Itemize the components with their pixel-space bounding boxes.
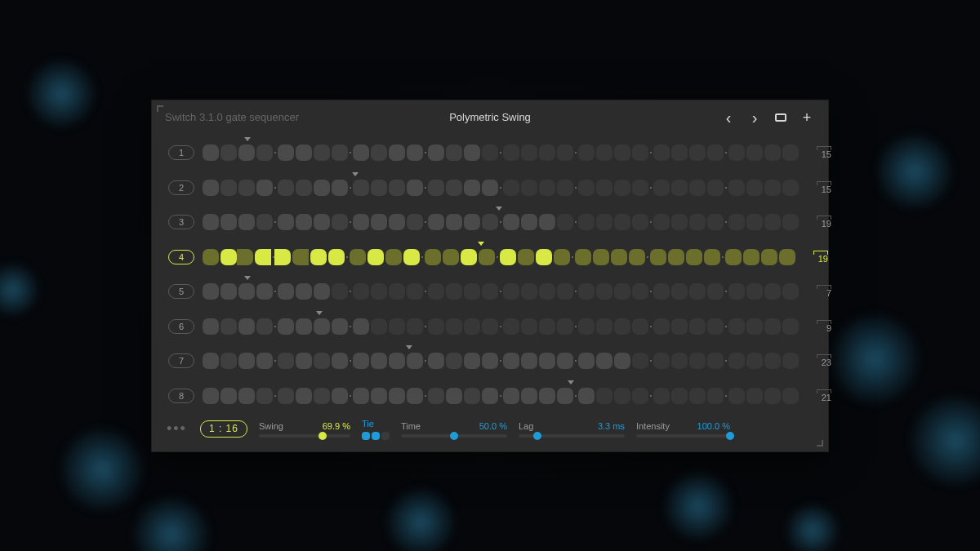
step-cell[interactable] [296, 353, 312, 369]
step-cell[interactable] [371, 353, 387, 369]
step-cell[interactable] [220, 144, 237, 161]
step-cell[interactable] [596, 353, 612, 369]
track-length-value[interactable]: 15 [807, 146, 831, 159]
step-cell[interactable] [614, 214, 630, 230]
step-cell[interactable] [238, 180, 255, 196]
step-cell[interactable] [707, 388, 724, 404]
step-cell[interactable] [428, 388, 444, 404]
track-select-button[interactable]: 6 [168, 319, 194, 334]
step-cell[interactable] [407, 180, 423, 196]
step-cell[interactable] [746, 388, 763, 404]
step-cell[interactable] [256, 180, 273, 196]
step-cell[interactable] [314, 214, 330, 230]
step-cell[interactable] [238, 388, 255, 404]
step-cell[interactable] [278, 318, 294, 335]
step-cell[interactable] [482, 180, 498, 196]
step-cell[interactable] [464, 283, 480, 300]
step-cell[interactable] [764, 214, 781, 230]
swing-slider[interactable] [259, 434, 350, 438]
step-cell[interactable] [578, 144, 595, 161]
tie-mode-selector[interactable] [362, 432, 390, 440]
step-cell[interactable] [461, 249, 477, 265]
step-cell[interactable] [203, 318, 219, 335]
step-cell[interactable] [428, 353, 444, 369]
step-cell[interactable] [761, 249, 777, 265]
step-cell[interactable] [707, 180, 724, 196]
step-cell[interactable] [557, 214, 573, 230]
track-length-value[interactable]: 23 [807, 354, 831, 367]
step-cell[interactable] [278, 214, 294, 230]
lag-slider[interactable] [519, 434, 625, 438]
step-cell[interactable] [446, 180, 462, 196]
step-cell[interactable] [557, 144, 573, 161]
step-cell[interactable] [371, 318, 387, 335]
step-cell[interactable] [371, 144, 387, 161]
step-cell[interactable] [256, 388, 273, 404]
track-length-value[interactable]: 7 [807, 285, 831, 298]
step-cell[interactable] [203, 283, 219, 300]
step-cell[interactable] [464, 214, 480, 230]
step-cell[interactable] [353, 388, 369, 404]
step-cell[interactable] [671, 353, 688, 369]
step-cell[interactable] [653, 144, 670, 161]
step-cell[interactable] [671, 214, 688, 230]
step-cell[interactable] [725, 249, 742, 265]
step-cell[interactable] [464, 144, 480, 161]
step-cell[interactable] [557, 388, 573, 404]
track-select-button[interactable]: 8 [168, 389, 194, 403]
track-length-value[interactable]: 19 [804, 251, 828, 264]
step-cell[interactable] [521, 144, 537, 161]
step-cell[interactable] [521, 353, 537, 369]
step-cell[interactable] [220, 388, 237, 404]
time-slider-thumb[interactable] [450, 432, 458, 440]
step-cell[interactable] [203, 353, 219, 369]
step-cell[interactable] [632, 180, 648, 196]
step-cell[interactable] [332, 353, 348, 369]
step-cell[interactable] [407, 283, 423, 300]
step-cell[interactable] [503, 283, 519, 300]
step-cell[interactable] [203, 388, 219, 404]
step-cell[interactable] [614, 318, 630, 335]
step-cell[interactable] [689, 144, 706, 161]
step-cell[interactable] [521, 388, 537, 404]
step-cell[interactable] [689, 214, 706, 230]
step-cell[interactable] [443, 249, 459, 265]
step-cell[interactable] [237, 249, 253, 265]
step-cell[interactable] [539, 180, 555, 196]
step-cell[interactable] [503, 144, 519, 161]
step-cell[interactable] [446, 353, 462, 369]
step-cell[interactable] [596, 388, 612, 404]
step-cell[interactable] [539, 388, 555, 404]
step-cell[interactable] [314, 180, 330, 196]
step-cell[interactable] [596, 180, 612, 196]
step-cell[interactable] [332, 214, 348, 230]
step-cell[interactable] [310, 249, 327, 265]
step-cell[interactable] [782, 144, 799, 161]
step-cell[interactable] [403, 249, 420, 265]
step-cell[interactable] [596, 318, 612, 335]
step-cell[interactable] [296, 180, 312, 196]
track-select-button[interactable]: 7 [168, 353, 194, 368]
step-cell[interactable] [353, 144, 369, 161]
step-cell[interactable] [746, 353, 763, 369]
step-cell[interactable] [332, 388, 348, 404]
step-cell[interactable] [746, 283, 763, 300]
step-cell[interactable] [482, 353, 498, 369]
step-cell[interactable] [328, 249, 345, 265]
step-cell[interactable] [557, 318, 573, 335]
step-cell[interactable] [479, 249, 495, 265]
step-cell[interactable] [464, 388, 480, 404]
step-cell[interactable] [632, 144, 648, 161]
step-cell[interactable] [428, 283, 444, 300]
step-cell[interactable] [371, 388, 387, 404]
step-cell[interactable] [220, 283, 237, 300]
step-cell[interactable] [446, 388, 462, 404]
step-cell[interactable] [746, 180, 763, 196]
track-select-button[interactable]: 5 [168, 284, 194, 299]
step-cell[interactable] [614, 180, 630, 196]
lag-slider-thumb[interactable] [533, 432, 541, 440]
step-cell[interactable] [653, 214, 670, 230]
maximize-button[interactable] [773, 109, 789, 126]
step-cell[interactable] [503, 214, 519, 230]
step-cell[interactable] [446, 318, 462, 335]
